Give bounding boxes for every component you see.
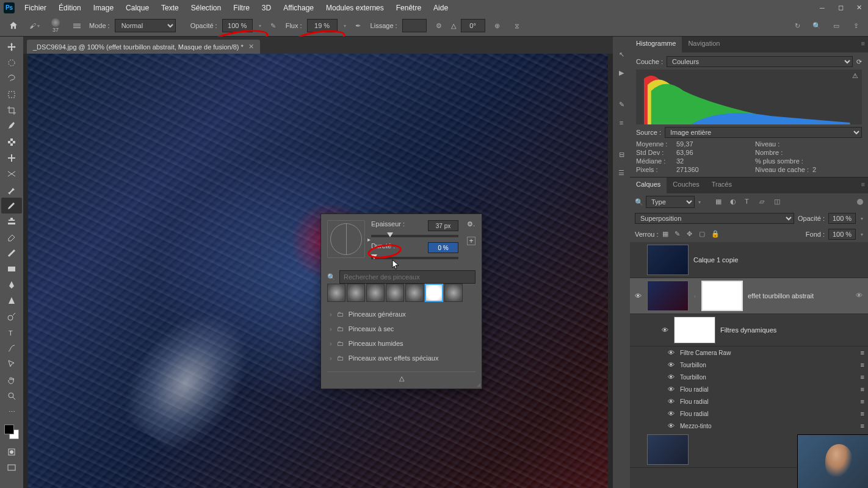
filter-settings-icon[interactable]: ≡ (861, 373, 864, 381)
menu-fichier[interactable]: Fichier (18, 1, 52, 15)
text-tool[interactable]: T (1, 325, 22, 340)
filter-settings-icon[interactable]: ≡ (861, 386, 864, 393)
menu-fenetre[interactable]: Fenêtre (390, 1, 427, 15)
refresh-icon[interactable]: ↻ (790, 18, 805, 33)
visibility-toggle[interactable]: 👁 (660, 326, 669, 334)
visibility-toggle[interactable]: 👁 (667, 409, 675, 418)
menu-selection[interactable]: Sélection (185, 1, 227, 15)
mask-thumbnail[interactable] (701, 281, 743, 311)
lasso-tool[interactable] (1, 71, 22, 87)
tab-navigation[interactable]: Navigation (682, 37, 726, 52)
flow-input[interactable] (307, 19, 338, 32)
menu-image[interactable]: Image (87, 1, 120, 15)
screen-mode[interactable] (1, 460, 22, 476)
brush-preset[interactable] (444, 284, 463, 302)
filter-row[interactable]: 👁Flou radial≡ (630, 395, 868, 407)
opacity-input[interactable] (222, 19, 253, 32)
filter-row[interactable]: 👁Flou radial≡ (630, 407, 868, 420)
filter-settings-icon[interactable]: ≡ (861, 398, 864, 405)
filter-smart-icon[interactable]: ◫ (774, 198, 783, 206)
menu-calque[interactable]: Calque (120, 1, 155, 15)
history-brush-tool[interactable] (1, 182, 22, 198)
target-icon[interactable]: ⊕ (490, 18, 505, 33)
angle-input[interactable] (461, 19, 485, 32)
brush-settings-icon[interactable] (70, 18, 84, 33)
tab-traces[interactable]: Tracés (706, 178, 738, 193)
visibility-toggle[interactable] (634, 445, 642, 454)
brush-angle-picker[interactable] (327, 220, 365, 258)
blend-mode-select-layers[interactable]: Superposition (635, 213, 794, 224)
brush-search-input[interactable] (339, 270, 476, 284)
crop-tool[interactable] (1, 102, 22, 118)
lock-position-icon[interactable]: ✎ (675, 230, 683, 239)
gear-icon[interactable]: ⚙. (467, 220, 476, 228)
rectangle-tool[interactable] (1, 261, 22, 277)
workspace-icon[interactable]: ▭ (829, 18, 844, 33)
visibility-toggle[interactable]: 👁 (667, 373, 675, 381)
layer-row[interactable]: 👁 ⬨ effet tourbillon abstrait 👁 (630, 278, 868, 314)
patch-tool[interactable] (1, 150, 22, 166)
visibility-toggle[interactable]: 👁 (667, 348, 675, 357)
filter-row[interactable]: 👁Tourbillon≡ (630, 371, 868, 383)
layer-thumbnail[interactable] (647, 245, 689, 275)
brush-preset[interactable] (405, 284, 424, 302)
tab-couches[interactable]: Couches (667, 178, 705, 193)
brush-preset[interactable] (366, 284, 385, 302)
lock-move-icon[interactable]: ✥ (687, 230, 695, 239)
layer-thumbnail[interactable] (647, 281, 689, 311)
brush-tool[interactable] (1, 198, 22, 214)
filter-toggle[interactable] (857, 199, 863, 205)
filter-settings-icon[interactable]: ≡ (861, 422, 864, 429)
home-icon[interactable] (5, 18, 22, 33)
properties-icon[interactable]: ⊟ (616, 149, 627, 160)
filter-row[interactable]: 👁Tourbillon≡ (630, 359, 868, 371)
tab-close-icon[interactable]: ✕ (248, 43, 254, 51)
airbrush-icon[interactable]: ✒ (351, 18, 366, 33)
adjustments-icon[interactable]: ✎ (616, 99, 627, 110)
visibility-toggle[interactable]: 👁 (667, 422, 675, 430)
menu-aide[interactable]: Aide (427, 1, 454, 15)
brush-folder[interactable]: ›🗀Pinceaux généraux (327, 307, 476, 321)
dodge-tool[interactable] (1, 309, 22, 325)
thickness-input[interactable] (428, 220, 458, 231)
symmetry-icon[interactable]: ⧖ (510, 18, 524, 33)
source-select[interactable]: Image entière (665, 127, 862, 138)
visibility-toggle[interactable]: 👁 (667, 397, 675, 406)
menu-edition[interactable]: Édition (52, 1, 87, 15)
tab-histogramme[interactable]: Histogramme (630, 37, 682, 52)
menu-affichage[interactable]: Affichage (277, 1, 320, 15)
marquee-tool[interactable] (1, 55, 22, 71)
gradient-tool[interactable] (1, 245, 22, 261)
new-preset-icon[interactable]: + (467, 237, 476, 245)
brushes-panel-icon[interactable]: ↖ (616, 49, 627, 60)
visibility-toggle[interactable]: 👁 (667, 361, 675, 369)
spot-heal-tool[interactable] (1, 134, 22, 150)
pen-tool[interactable] (1, 277, 22, 293)
hardness-slider[interactable] (371, 257, 458, 259)
hand-tool[interactable] (1, 372, 22, 388)
visibility-toggle[interactable] (634, 256, 642, 264)
filter-row[interactable]: 👁Flou radial≡ (630, 383, 868, 395)
lock-pixels-icon[interactable]: ▦ (662, 230, 671, 239)
brush-preset[interactable] (327, 284, 345, 302)
search-icon[interactable]: 🔍 (809, 18, 824, 33)
brush-folder[interactable]: ›🗀Pinceaux avec effets spéciaux (327, 351, 476, 365)
tab-calques[interactable]: Calques (630, 178, 667, 193)
info-icon[interactable]: ☰ (616, 167, 627, 178)
layer-opacity-input[interactable] (828, 213, 856, 224)
menu-3d[interactable]: 3D (256, 1, 277, 15)
brush-preset-picker[interactable]: 37 (46, 16, 65, 35)
smoothing-settings-icon[interactable]: ⚙ (432, 18, 446, 33)
filter-pixel-icon[interactable]: ▦ (715, 198, 724, 206)
lock-artboard-icon[interactable]: ▢ (699, 230, 707, 239)
brush-tool-icon[interactable]: 🖌▾ (27, 18, 42, 33)
close-button[interactable]: ✕ (850, 0, 868, 15)
refresh-histo-icon[interactable]: ⟳ (856, 58, 862, 66)
edit-toolbar[interactable]: ⋯ (1, 404, 22, 420)
filter-row[interactable]: 👁Mezzo-tinto≡ (630, 420, 868, 432)
eyedropper-tool[interactable] (1, 118, 22, 134)
menu-texte[interactable]: Texte (155, 1, 185, 15)
canvas[interactable] (28, 54, 608, 488)
direct-select-tool[interactable] (1, 356, 22, 372)
play-icon[interactable]: ▶ (616, 67, 627, 78)
